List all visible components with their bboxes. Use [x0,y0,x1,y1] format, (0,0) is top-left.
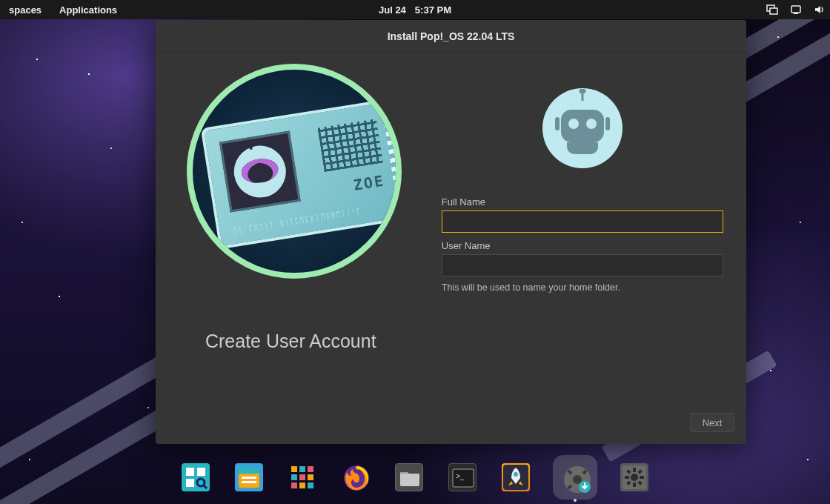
volume-icon[interactable] [814,4,826,16]
window-title: Install Pop!_OS 22.04 LTS [388,30,515,42]
svg-rect-12 [242,481,256,483]
svg-rect-17 [299,474,305,480]
dock-pop-shop[interactable] [499,461,532,494]
svg-rect-10 [239,467,259,474]
window-titlebar[interactable]: Install Pop!_OS 22.04 LTS [156,20,746,53]
svg-rect-13 [291,466,297,472]
robot-avatar-icon [554,99,611,157]
avatar-picker[interactable] [542,88,622,168]
network-icon[interactable] [790,4,802,16]
svg-rect-11 [242,477,256,479]
user-name-hint: This will be used to name your home fold… [442,282,723,293]
panel-date[interactable]: Jul 24 [379,4,406,16]
id-badge-illustration: ZOE ᛖᛚᛌᚪᚷᛁᛁᛉᛌᛒᛁᛏᛈᛖᛈᛒᛚᛖᛒᚻᛖᛚᛁᛌᚪ [187,64,402,279]
installer-window: Install Pop!_OS 22.04 LTS ZOE ᛖᛚᛌᚪᚷᛁᛁᛉᛌᛒ… [156,20,746,444]
dock-firefox[interactable] [339,461,372,494]
dock: >_ [169,451,661,501]
badge-name: ZOE [353,172,386,194]
svg-rect-5 [197,468,205,476]
next-button[interactable]: Next [690,413,734,432]
svg-rect-6 [186,479,194,487]
full-name-input[interactable] [442,210,723,233]
svg-rect-16 [291,474,297,480]
svg-rect-19 [291,483,297,488]
dock-file-manager[interactable] [393,461,425,494]
svg-rect-1 [770,8,777,14]
svg-rect-21 [308,483,313,488]
svg-rect-14 [299,466,305,472]
workspaces-menu[interactable]: spaces [0,4,50,16]
badge-glyphs: ᛖᛚᛌᚪᚷᛁᛁᛉᛌᛒᛁᛏᛈᛖᛈᛒᛚᛖᛒᚻᛖᛚᛁᛌᚪ [233,207,362,235]
svg-rect-2 [791,6,800,13]
svg-rect-34 [625,476,629,479]
applications-menu[interactable]: Applications [50,4,126,16]
dock-settings[interactable] [618,461,651,494]
svg-rect-4 [186,468,194,476]
svg-point-28 [573,475,582,484]
step-heading: Create User Account [205,331,376,352]
user-name-input[interactable] [442,254,723,276]
svg-text:>_: >_ [456,472,465,480]
svg-rect-32 [633,468,636,472]
user-name-label: User Name [442,240,723,251]
svg-rect-20 [299,483,305,488]
panel-time[interactable]: 5:37 PM [415,4,451,16]
dock-workspaces[interactable] [179,461,212,494]
dock-applications[interactable] [286,461,319,494]
dock-files[interactable] [233,461,265,494]
svg-point-26 [514,472,518,477]
dock-installer[interactable] [553,455,597,500]
svg-rect-15 [308,466,313,472]
dock-terminal[interactable]: >_ [446,461,479,494]
full-name-label: Full Name [442,196,723,208]
svg-point-31 [631,474,638,481]
svg-rect-35 [640,476,644,479]
svg-point-7 [197,479,205,486]
svg-rect-33 [633,483,636,487]
svg-rect-3 [794,13,798,14]
top-panel: spaces Applications Jul 24 5:37 PM [0,0,830,19]
window-indicator-icon[interactable] [766,4,778,16]
svg-line-8 [204,485,207,488]
svg-rect-18 [308,474,313,480]
